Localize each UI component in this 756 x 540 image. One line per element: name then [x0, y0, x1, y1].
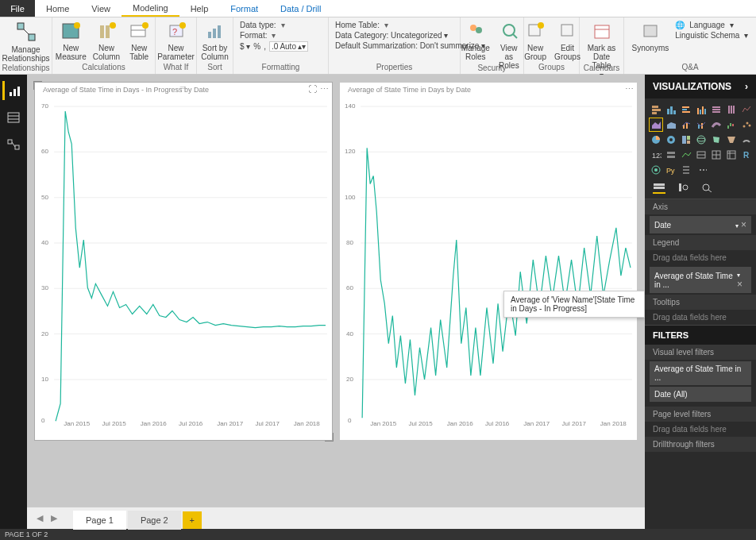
clustered-bar-icon[interactable]	[680, 103, 692, 116]
svg-rect-90	[700, 110, 701, 114]
svg-marker-99	[652, 122, 661, 129]
format-pane-button[interactable]	[677, 183, 689, 194]
visual-chart-2[interactable]: Average of State Time in Days by Date ⋯ …	[340, 83, 637, 440]
model-view-button[interactable]	[2, 135, 25, 154]
tab-datadrill[interactable]: Data / Drill	[269, 0, 332, 17]
legend-drop-zone[interactable]: Drag data fields here	[645, 250, 756, 265]
funnel-icon[interactable]	[725, 133, 738, 146]
line-clustered-column-icon[interactable]	[695, 118, 708, 131]
fields-pane-button[interactable]	[653, 183, 665, 194]
py-visual-icon[interactable]: Py	[665, 164, 677, 176]
linguistic-schema-dropdown[interactable]: Linguistic Schema ▾	[675, 31, 748, 40]
area-chart-icon[interactable]	[650, 118, 662, 131]
manage-relationships-button[interactable]: Manage Relationships	[0, 19, 51, 64]
matrix-icon[interactable]	[725, 148, 738, 161]
svg-text:50: 50	[41, 194, 48, 201]
data-category-dropdown[interactable]: Data Category: Uncategorized ▾	[335, 31, 448, 40]
page-add-button[interactable]: +	[183, 511, 202, 529]
svg-text:Jan 2018: Jan 2018	[294, 420, 321, 427]
tab-home[interactable]: Home	[35, 0, 80, 17]
tab-help[interactable]: Help	[179, 0, 220, 17]
visual-filter-date[interactable]: Date (All)	[650, 387, 751, 402]
report-view-button[interactable]	[2, 81, 25, 100]
pie-icon[interactable]	[650, 133, 662, 146]
new-column-button[interactable]: New Column	[91, 19, 122, 63]
page-next-button[interactable]: ▶	[48, 513, 60, 523]
waterfall-icon[interactable]	[725, 118, 738, 131]
svg-text:123: 123	[652, 152, 662, 160]
currency-button[interactable]: $ ▾	[240, 42, 250, 51]
new-table-button[interactable]: New Table	[125, 19, 153, 63]
more-visuals-icon[interactable]: ⋯	[695, 164, 708, 176]
home-table-dropdown[interactable]: ▾	[384, 21, 388, 29]
tab-format[interactable]: Format	[219, 0, 269, 17]
visual-title: Average of State Time in Days by Date	[348, 86, 471, 94]
r-visual-icon[interactable]: R	[740, 148, 753, 161]
svg-marker-119	[727, 137, 735, 143]
data-type-dropdown[interactable]: ▾	[281, 21, 285, 29]
visual-filter-avg-state-time[interactable]: Average of State Time in ...	[650, 361, 751, 385]
stacked-column-icon[interactable]	[665, 103, 677, 116]
donut-icon[interactable]	[665, 133, 677, 146]
arcgis-icon[interactable]	[650, 164, 662, 176]
scatter-icon[interactable]	[740, 118, 753, 131]
line-chart-icon[interactable]	[740, 103, 753, 116]
language-dropdown[interactable]: 🌐 Language ▾	[675, 21, 734, 29]
svg-rect-33	[8, 140, 12, 144]
page-tab-2[interactable]: Page 2	[128, 511, 181, 530]
multi-row-card-icon[interactable]	[665, 148, 677, 161]
page-prev-button[interactable]: ◀	[33, 513, 46, 523]
values-field-avg-state-time[interactable]: Average of State Time in ...▾ ×	[650, 267, 751, 293]
svg-rect-26	[644, 25, 657, 37]
new-group-button[interactable]: New Group	[521, 19, 550, 63]
svg-rect-98	[733, 106, 735, 114]
svg-rect-14	[208, 32, 211, 38]
visual-chart-1[interactable]: ═ ⛶ ⋯ Average of State Time in Days - In…	[35, 83, 332, 440]
more-options-icon[interactable]: ⋯	[320, 84, 329, 94]
panel-collapse-icon[interactable]: ›	[745, 81, 748, 92]
remove-field-icon[interactable]: ×	[737, 279, 742, 290]
stacked-bar-icon[interactable]	[650, 103, 662, 116]
kpi-icon[interactable]	[680, 148, 692, 161]
new-parameter-button[interactable]: ?New Parameter	[156, 19, 196, 63]
tab-file[interactable]: File	[0, 0, 35, 17]
decimals-input[interactable]: .0 Auto ▴▾	[269, 41, 308, 52]
clustered-column-icon[interactable]	[695, 103, 708, 116]
gauge-icon[interactable]	[740, 133, 753, 146]
stacked-bar-100-icon[interactable]	[710, 103, 723, 116]
synonyms-button[interactable]: Synonyms	[631, 19, 671, 54]
tooltips-drop-zone[interactable]: Drag data fields here	[645, 310, 756, 325]
stacked-area-icon[interactable]	[665, 118, 677, 131]
new-measure-button[interactable]: New Measure	[54, 19, 88, 63]
sort-icon	[204, 21, 226, 41]
ribbon-chart-icon[interactable]	[710, 118, 723, 131]
page-tab-1[interactable]: Page 1	[73, 511, 126, 530]
table-vis-icon[interactable]	[710, 148, 723, 161]
manage-roles-button[interactable]: Manage Roles	[460, 19, 491, 63]
tab-modeling[interactable]: Modeling	[122, 0, 179, 17]
card-icon[interactable]: 123	[650, 148, 662, 161]
edit-groups-button[interactable]: Edit Groups	[553, 19, 582, 63]
page-filters-drop-zone[interactable]: Drag data fields here	[645, 422, 756, 437]
svg-rect-89	[697, 108, 699, 114]
stacked-column-100-icon[interactable]	[725, 103, 738, 116]
tab-view[interactable]: View	[80, 0, 122, 17]
svg-rect-30	[8, 113, 19, 122]
slicer-icon[interactable]	[695, 148, 708, 161]
analytics-pane-button[interactable]	[700, 183, 713, 194]
treemap-icon[interactable]	[680, 133, 692, 146]
map-icon[interactable]	[695, 133, 708, 146]
svg-text:40: 40	[346, 330, 353, 338]
remove-field-icon[interactable]: ×	[741, 219, 746, 230]
axis-field-date[interactable]: Date▾ ×	[650, 216, 751, 233]
format-dropdown[interactable]: ▾	[272, 31, 276, 40]
data-view-button[interactable]	[2, 108, 25, 127]
focus-mode-icon[interactable]: ⛶	[308, 84, 317, 94]
percent-button[interactable]: %	[253, 42, 260, 51]
filled-map-icon[interactable]	[710, 133, 723, 146]
thousands-button[interactable]: ,	[264, 42, 266, 51]
custom-visual-icon[interactable]	[680, 164, 692, 176]
line-stacked-column-icon[interactable]	[680, 118, 692, 131]
more-options-icon[interactable]: ⋯	[625, 84, 634, 94]
sort-by-column-button[interactable]: Sort by Column	[199, 19, 230, 63]
